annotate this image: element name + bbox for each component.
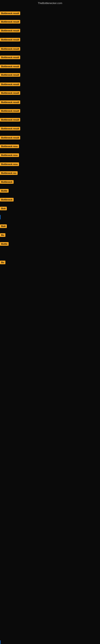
site-title: TheBottlenecker.com	[38, 2, 62, 5]
bottleneck-badge-15[interactable]: Bottleneck result	[0, 136, 20, 140]
bottleneck-badge-18[interactable]: Bottleneck resu	[0, 162, 19, 166]
bottleneck-badge-5[interactable]: Bottleneck result	[0, 47, 20, 51]
bottleneck-badge-1[interactable]: Bottleneck result	[0, 12, 20, 15]
bottleneck-badge-7[interactable]: Bottleneck result	[0, 64, 20, 68]
bottleneck-badge-12[interactable]: Bottleneck result	[0, 109, 20, 113]
bottleneck-badge-11[interactable]: Bottleneck result	[0, 100, 20, 104]
bottleneck-badge-26[interactable]: Bottle	[0, 242, 9, 246]
bottleneck-badge-27[interactable]: Bo	[0, 260, 5, 264]
bottleneck-badge-23[interactable]: Bott	[0, 207, 7, 210]
bottleneck-badge-14[interactable]: Bottleneck result	[0, 127, 20, 130]
bottleneck-badge-4[interactable]: Bottleneck result	[0, 38, 20, 42]
bottleneck-badge-24[interactable]: Bott	[0, 224, 7, 228]
bottleneck-badge-3[interactable]: Bottleneck result	[0, 29, 20, 32]
bottleneck-badge-22[interactable]: Bottleneck	[0, 198, 14, 202]
bottleneck-badge-9[interactable]: Bottleneck result	[0, 82, 20, 86]
bottleneck-badge-20[interactable]: Bottleneck	[0, 180, 14, 184]
bottleneck-badge-21[interactable]: Bottle	[0, 189, 9, 192]
bottleneck-badge-8[interactable]: Bottleneck result	[0, 73, 20, 77]
bottleneck-badge-17[interactable]: Bottleneck resu	[0, 153, 19, 157]
bottleneck-badge-16[interactable]: Bottleneck resu	[0, 144, 19, 148]
blue-indicator-bar-2	[0, 640, 0, 644]
bottleneck-badge-10[interactable]: Bottleneck result	[0, 91, 20, 95]
bottleneck-badge-25[interactable]: Bo	[0, 233, 5, 237]
blue-indicator-bar-1	[0, 215, 0, 219]
bottleneck-badge-13[interactable]: Bottleneck result	[0, 118, 20, 122]
bottleneck-badge-19[interactable]: Bottleneck res	[0, 171, 18, 175]
bottleneck-badge-6[interactable]: Bottleneck result	[0, 56, 20, 59]
bottleneck-badge-2[interactable]: Bottleneck result	[0, 20, 20, 24]
